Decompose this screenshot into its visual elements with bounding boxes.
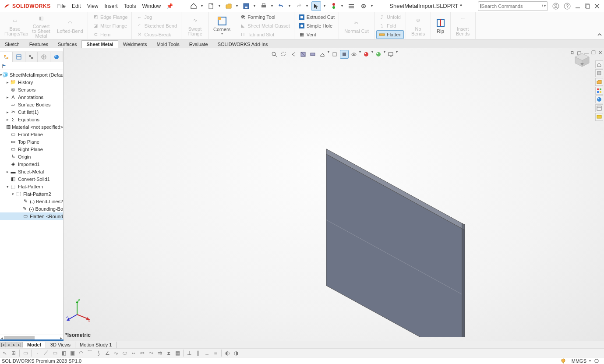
sk-dim[interactable]: ↔: [130, 349, 138, 357]
sk-offset[interactable]: ⇉: [156, 349, 164, 357]
tree-equations[interactable]: ▸ΣEquations: [0, 116, 63, 123]
view-orient-button[interactable]: [318, 50, 327, 59]
sk-ellipse[interactable]: ⬭: [121, 349, 129, 357]
tab-surfaces[interactable]: Surfaces: [53, 40, 81, 48]
graphics-viewport[interactable]: ▾ ▾ ▾ ▾ ▾ ⧉ ▢ — ❐ ✕: [64, 48, 604, 341]
redo-button[interactable]: [294, 1, 304, 11]
sk-more2[interactable]: ◑: [232, 349, 240, 357]
options-list-button[interactable]: [346, 1, 356, 11]
taskpane-appearances[interactable]: [595, 95, 603, 103]
tree-imported[interactable]: ◈Imported1: [0, 160, 63, 168]
fm-tab-config[interactable]: [25, 52, 38, 62]
settings-button[interactable]: [359, 1, 368, 11]
tree-convert-solid[interactable]: ◧Convert-Solid1: [0, 175, 63, 183]
tab-motion-study[interactable]: Motion Study 1: [75, 342, 117, 348]
status-whats-new[interactable]: [558, 358, 569, 364]
tab-model[interactable]: Model: [23, 342, 46, 348]
vp-close-button[interactable]: ✕: [598, 50, 602, 56]
sk-arc[interactable]: ◠: [77, 349, 85, 357]
sk-grid[interactable]: ⊞: [10, 349, 18, 357]
tab-nav-prev[interactable]: ◂: [6, 342, 11, 347]
print-button[interactable]: [259, 1, 268, 11]
dynamic-section-button[interactable]: [308, 50, 317, 59]
menu-view[interactable]: View: [84, 3, 102, 9]
traffic-button[interactable]: [329, 1, 339, 11]
apply-scene-button[interactable]: [374, 50, 383, 59]
pin-menu-icon[interactable]: 📌: [164, 3, 176, 9]
tree-origin[interactable]: ↳Origin: [0, 153, 63, 160]
fm-tab-display[interactable]: [50, 52, 63, 62]
tree-surface-bodies[interactable]: ▱Surface Bodies: [0, 101, 63, 108]
zoom-fit-button[interactable]: [270, 50, 279, 59]
display-style-wireframe-button[interactable]: [330, 50, 339, 59]
home-button[interactable]: [189, 1, 198, 11]
new-button[interactable]: [206, 1, 216, 11]
menu-insert[interactable]: Insert: [102, 3, 121, 9]
tree-right-plane[interactable]: ▭Right Plane: [0, 145, 63, 153]
sk-tangent-arc[interactable]: ⌒: [86, 349, 94, 357]
tab-evaluate[interactable]: Evaluate: [184, 40, 213, 48]
sk-trim[interactable]: ✂: [138, 349, 146, 357]
select-button[interactable]: [311, 1, 321, 11]
sk-select[interactable]: ↖: [1, 349, 9, 357]
menu-edit[interactable]: Edit: [69, 3, 84, 9]
tree-sensors[interactable]: ◎Sensors: [0, 86, 63, 93]
rip-button[interactable]: Rip: [433, 17, 449, 35]
hide-show-button[interactable]: [350, 50, 358, 59]
tab-weldments[interactable]: Weldments: [118, 40, 152, 48]
maximize-button[interactable]: [585, 4, 590, 9]
vent-button[interactable]: ▦Vent: [296, 30, 337, 39]
tree-history[interactable]: ▸📁History: [0, 78, 63, 86]
sk-hatch[interactable]: ▦: [173, 349, 181, 357]
tab-nav-next[interactable]: ▸: [11, 342, 17, 347]
sk-spline[interactable]: ∿: [112, 349, 120, 357]
corners-button[interactable]: Corners▾: [211, 15, 233, 36]
tree-cutlist[interactable]: ▸✂Cut list(1): [0, 108, 63, 116]
user-button[interactable]: [552, 3, 559, 10]
sk-extend[interactable]: ⤳: [147, 349, 155, 357]
sk-3drect[interactable]: ◧: [60, 349, 67, 357]
sk-cursor[interactable]: ▭: [21, 349, 29, 357]
fm-tab-dimxpert[interactable]: [38, 52, 50, 62]
model-body[interactable]: [309, 92, 475, 337]
tab-features[interactable]: Features: [25, 40, 53, 48]
view-settings-button[interactable]: [386, 50, 395, 59]
taskpane-fileexplorer[interactable]: [595, 78, 603, 86]
tree-flatten-round[interactable]: ▭Flatten-<Round: [0, 212, 63, 220]
taskpane-designlib[interactable]: [595, 69, 603, 77]
sk-constr4[interactable]: ≡: [212, 349, 219, 357]
tab-addins[interactable]: SOLIDWORKS Add-Ins: [213, 40, 273, 48]
section-view-button[interactable]: [299, 50, 307, 59]
zoom-area-button[interactable]: [279, 50, 288, 59]
save-button[interactable]: [241, 1, 251, 11]
tab-sketch[interactable]: Sketch: [0, 40, 25, 48]
flatten-button[interactable]: Flatten: [376, 30, 404, 39]
taskpane-custom-props[interactable]: [595, 104, 603, 112]
extruded-cut-button[interactable]: Extruded Cut: [296, 13, 337, 21]
tree-root[interactable]: ▾🧊SheetMetalImport (Default) <: [0, 71, 63, 78]
rollback-bar[interactable]: [0, 339, 64, 341]
simple-hole-button[interactable]: Simple Hole: [296, 21, 337, 30]
sk-constr2[interactable]: ∥: [194, 349, 202, 357]
undo-button[interactable]: [276, 1, 286, 11]
tree-annotations[interactable]: ▸AAnnotations: [0, 93, 63, 101]
help-button[interactable]: ?: [564, 3, 571, 10]
minimize-button[interactable]: [575, 4, 580, 9]
forming-tool-button[interactable]: 🛠Forming Tool: [237, 13, 292, 21]
feature-tree[interactable]: ▾🧊SheetMetalImport (Default) < ▸📁History…: [0, 70, 63, 335]
tree-flat-pattern2[interactable]: ▾⬚Flat-Pattern2: [0, 190, 63, 198]
tree-bounding-box[interactable]: ✎(-) Bounding-Bo: [0, 205, 63, 212]
search-commands[interactable]: > ▾: [478, 1, 548, 11]
vp-restore-button[interactable]: ❐: [591, 50, 596, 56]
status-custom[interactable]: [591, 358, 602, 364]
orientation-triad[interactable]: y x z: [66, 297, 92, 323]
search-input[interactable]: [481, 4, 542, 9]
fm-tab-property[interactable]: [13, 52, 25, 62]
menu-window[interactable]: Window: [139, 3, 164, 9]
tab-sheet-metal[interactable]: Sheet Metal: [81, 40, 118, 48]
close-button[interactable]: [594, 4, 600, 9]
edit-appearance-button[interactable]: [362, 50, 371, 59]
tree-flat-pattern[interactable]: ▾⬚Flat-Pattern: [0, 183, 63, 190]
prev-view-button[interactable]: [289, 50, 298, 59]
tab-3dviews[interactable]: 3D Views: [46, 342, 75, 348]
